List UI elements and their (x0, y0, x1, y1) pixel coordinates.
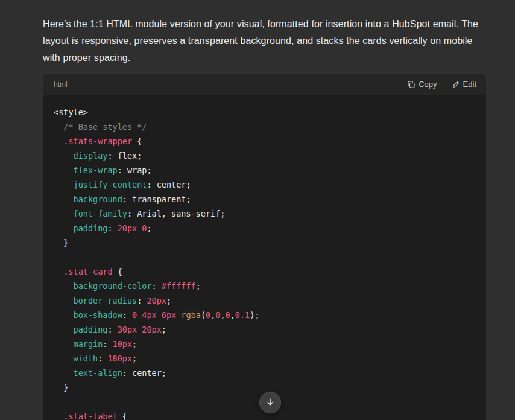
copy-button[interactable]: Copy (406, 77, 438, 91)
code-language-label: html (54, 80, 68, 89)
edit-button-label: Edit (463, 80, 476, 89)
code-block: html Copy (43, 74, 486, 420)
copy-icon (407, 80, 415, 89)
edit-button[interactable]: Edit (450, 77, 478, 91)
chat-message-area: Here’s the 1:1 HTML module version of yo… (43, 0, 487, 420)
scroll-to-bottom-button[interactable] (259, 392, 281, 413)
assistant-message-text: Here’s the 1:1 HTML module version of yo… (43, 16, 487, 66)
code-block-header: html Copy (43, 74, 486, 95)
arrow-down-icon (265, 397, 275, 409)
code-content: <style> /* Base styles */ .stats-wrapper… (43, 95, 486, 420)
code-actions: Copy Edit (406, 77, 478, 91)
copy-button-label: Copy (419, 80, 437, 89)
edit-icon (452, 80, 460, 89)
